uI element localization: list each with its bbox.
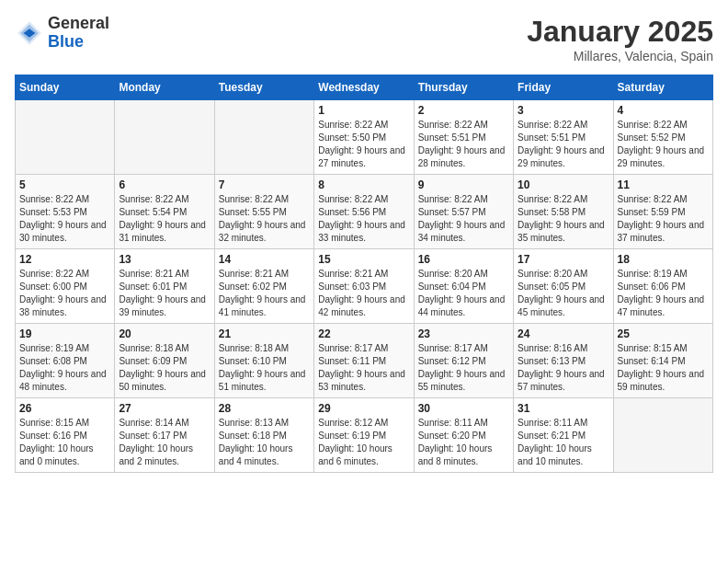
logo: General Blue	[15, 15, 109, 52]
logo-text: General Blue	[48, 15, 109, 52]
cell-date-number: 19	[19, 327, 110, 340]
calendar-cell: 28Sunrise: 8:13 AM Sunset: 6:18 PM Dayli…	[214, 398, 313, 473]
logo-blue-text: Blue	[48, 33, 109, 52]
calendar-cell	[16, 100, 115, 175]
cell-date-number: 1	[318, 104, 409, 117]
calendar-header: SundayMondayTuesdayWednesdayThursdayFrid…	[16, 75, 713, 100]
cell-info: Sunrise: 8:22 AM Sunset: 5:59 PM Dayligh…	[618, 193, 709, 245]
cell-date-number: 18	[618, 253, 709, 266]
cell-info: Sunrise: 8:22 AM Sunset: 5:55 PM Dayligh…	[219, 193, 310, 245]
cell-date-number: 7	[219, 178, 310, 191]
cell-date-number: 23	[418, 327, 509, 340]
cell-date-number: 3	[518, 104, 609, 117]
calendar-cell: 4Sunrise: 8:22 AM Sunset: 5:52 PM Daylig…	[613, 100, 712, 175]
title-block: January 2025 Millares, Valencia, Spain	[527, 15, 713, 63]
cell-date-number: 8	[318, 178, 409, 191]
calendar-cell: 17Sunrise: 8:20 AM Sunset: 6:05 PM Dayli…	[514, 249, 613, 324]
day-header-saturday: Saturday	[613, 75, 712, 100]
calendar-cell	[115, 100, 214, 175]
cell-info: Sunrise: 8:18 AM Sunset: 6:10 PM Dayligh…	[219, 342, 310, 394]
cell-date-number: 13	[119, 253, 210, 266]
calendar-cell: 30Sunrise: 8:11 AM Sunset: 6:20 PM Dayli…	[414, 398, 513, 473]
calendar-cell: 24Sunrise: 8:16 AM Sunset: 6:13 PM Dayli…	[514, 324, 613, 398]
cell-info: Sunrise: 8:18 AM Sunset: 6:09 PM Dayligh…	[119, 342, 210, 394]
cell-date-number: 14	[219, 253, 310, 266]
day-header-thursday: Thursday	[414, 75, 513, 100]
location: Millares, Valencia, Spain	[527, 49, 713, 63]
cell-info: Sunrise: 8:15 AM Sunset: 6:16 PM Dayligh…	[19, 417, 110, 468]
calendar-cell: 29Sunrise: 8:12 AM Sunset: 6:19 PM Dayli…	[314, 398, 414, 473]
cell-date-number: 10	[518, 178, 609, 191]
calendar-cell	[613, 398, 712, 473]
calendar-cell: 16Sunrise: 8:20 AM Sunset: 6:04 PM Dayli…	[414, 249, 513, 324]
cell-info: Sunrise: 8:22 AM Sunset: 5:51 PM Dayligh…	[418, 119, 509, 170]
cell-info: Sunrise: 8:11 AM Sunset: 6:21 PM Dayligh…	[518, 417, 609, 468]
cell-info: Sunrise: 8:22 AM Sunset: 5:58 PM Dayligh…	[518, 193, 609, 245]
cell-info: Sunrise: 8:16 AM Sunset: 6:13 PM Dayligh…	[518, 342, 609, 394]
cell-info: Sunrise: 8:13 AM Sunset: 6:18 PM Dayligh…	[219, 417, 310, 468]
calendar-cell: 11Sunrise: 8:22 AM Sunset: 5:59 PM Dayli…	[613, 175, 712, 249]
cell-info: Sunrise: 8:21 AM Sunset: 6:02 PM Dayligh…	[219, 268, 310, 319]
cell-info: Sunrise: 8:19 AM Sunset: 6:06 PM Dayligh…	[618, 268, 709, 319]
cell-date-number: 4	[618, 104, 709, 117]
days-row: SundayMondayTuesdayWednesdayThursdayFrid…	[16, 75, 713, 100]
calendar-cell: 26Sunrise: 8:15 AM Sunset: 6:16 PM Dayli…	[16, 398, 115, 473]
cell-info: Sunrise: 8:22 AM Sunset: 5:53 PM Dayligh…	[19, 193, 110, 245]
cell-date-number: 11	[618, 178, 709, 191]
cell-date-number: 26	[19, 402, 110, 415]
week-row-4: 19Sunrise: 8:19 AM Sunset: 6:08 PM Dayli…	[16, 324, 713, 398]
page-header: General Blue January 2025 Millares, Vale…	[15, 15, 713, 63]
cell-date-number: 6	[119, 178, 210, 191]
day-header-friday: Friday	[514, 75, 613, 100]
calendar-cell: 21Sunrise: 8:18 AM Sunset: 6:10 PM Dayli…	[214, 324, 313, 398]
week-row-5: 26Sunrise: 8:15 AM Sunset: 6:16 PM Dayli…	[16, 398, 713, 473]
cell-date-number: 24	[518, 327, 609, 340]
cell-info: Sunrise: 8:22 AM Sunset: 5:52 PM Dayligh…	[618, 119, 709, 170]
calendar-body: 1Sunrise: 8:22 AM Sunset: 5:50 PM Daylig…	[16, 100, 713, 473]
calendar-cell: 14Sunrise: 8:21 AM Sunset: 6:02 PM Dayli…	[214, 249, 313, 324]
cell-date-number: 31	[518, 402, 609, 415]
cell-date-number: 21	[219, 327, 310, 340]
week-row-2: 5Sunrise: 8:22 AM Sunset: 5:53 PM Daylig…	[16, 175, 713, 249]
cell-info: Sunrise: 8:20 AM Sunset: 6:05 PM Dayligh…	[518, 268, 609, 319]
calendar-cell: 18Sunrise: 8:19 AM Sunset: 6:06 PM Dayli…	[613, 249, 712, 324]
cell-info: Sunrise: 8:19 AM Sunset: 6:08 PM Dayligh…	[19, 342, 110, 394]
calendar-cell: 15Sunrise: 8:21 AM Sunset: 6:03 PM Dayli…	[314, 249, 414, 324]
cell-info: Sunrise: 8:21 AM Sunset: 6:03 PM Dayligh…	[318, 268, 409, 319]
cell-info: Sunrise: 8:21 AM Sunset: 6:01 PM Dayligh…	[119, 268, 210, 319]
day-header-monday: Monday	[115, 75, 214, 100]
day-header-tuesday: Tuesday	[214, 75, 313, 100]
cell-info: Sunrise: 8:20 AM Sunset: 6:04 PM Dayligh…	[418, 268, 509, 319]
calendar-cell: 27Sunrise: 8:14 AM Sunset: 6:17 PM Dayli…	[115, 398, 214, 473]
cell-date-number: 30	[418, 402, 509, 415]
logo-icon	[15, 18, 44, 48]
calendar-cell: 8Sunrise: 8:22 AM Sunset: 5:56 PM Daylig…	[314, 175, 414, 249]
cell-info: Sunrise: 8:22 AM Sunset: 5:57 PM Dayligh…	[418, 193, 509, 245]
cell-info: Sunrise: 8:22 AM Sunset: 5:51 PM Dayligh…	[518, 119, 609, 170]
cell-info: Sunrise: 8:11 AM Sunset: 6:20 PM Dayligh…	[418, 417, 509, 468]
calendar-cell	[214, 100, 313, 175]
cell-date-number: 15	[318, 253, 409, 266]
cell-date-number: 20	[119, 327, 210, 340]
cell-date-number: 12	[19, 253, 110, 266]
cell-info: Sunrise: 8:12 AM Sunset: 6:19 PM Dayligh…	[318, 417, 409, 468]
cell-info: Sunrise: 8:22 AM Sunset: 6:00 PM Dayligh…	[19, 268, 110, 319]
calendar-cell: 1Sunrise: 8:22 AM Sunset: 5:50 PM Daylig…	[314, 100, 414, 175]
cell-date-number: 2	[418, 104, 509, 117]
day-header-sunday: Sunday	[16, 75, 115, 100]
cell-date-number: 28	[219, 402, 310, 415]
cell-info: Sunrise: 8:14 AM Sunset: 6:17 PM Dayligh…	[119, 417, 210, 468]
calendar-cell: 23Sunrise: 8:17 AM Sunset: 6:12 PM Dayli…	[414, 324, 513, 398]
calendar-cell: 31Sunrise: 8:11 AM Sunset: 6:21 PM Dayli…	[514, 398, 613, 473]
cell-info: Sunrise: 8:22 AM Sunset: 5:50 PM Dayligh…	[318, 119, 409, 170]
cell-date-number: 29	[318, 402, 409, 415]
cell-info: Sunrise: 8:17 AM Sunset: 6:11 PM Dayligh…	[318, 342, 409, 394]
cell-date-number: 5	[19, 178, 110, 191]
month-title: January 2025	[527, 15, 713, 49]
calendar-cell: 2Sunrise: 8:22 AM Sunset: 5:51 PM Daylig…	[414, 100, 513, 175]
calendar-cell: 6Sunrise: 8:22 AM Sunset: 5:54 PM Daylig…	[115, 175, 214, 249]
calendar-cell: 9Sunrise: 8:22 AM Sunset: 5:57 PM Daylig…	[414, 175, 513, 249]
day-header-wednesday: Wednesday	[314, 75, 414, 100]
cell-info: Sunrise: 8:15 AM Sunset: 6:14 PM Dayligh…	[618, 342, 709, 394]
calendar-table: SundayMondayTuesdayWednesdayThursdayFrid…	[15, 75, 713, 473]
